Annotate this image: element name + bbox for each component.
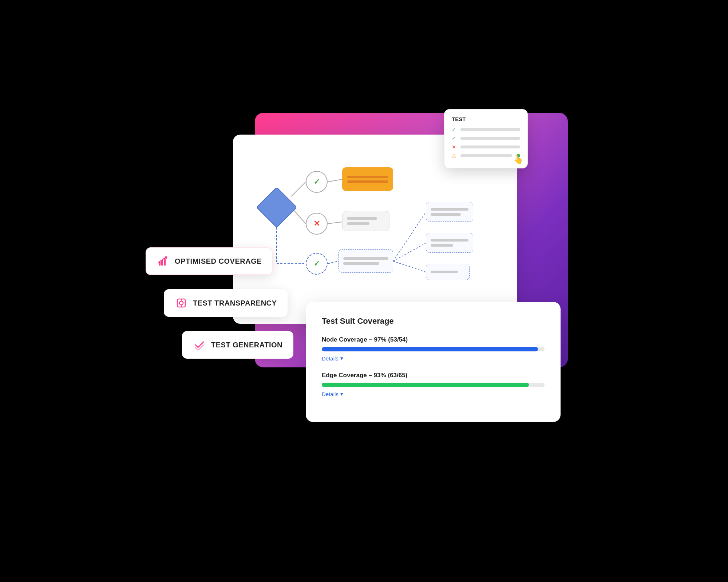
edge-coverage-bar-bg <box>322 383 545 387</box>
transparency-icon <box>175 296 188 310</box>
chevron-down-icon-2: ▾ <box>340 391 343 397</box>
dashed-node-bottom <box>339 249 393 273</box>
optimised-icon <box>157 255 170 268</box>
yellow-node <box>342 167 393 191</box>
node-coverage-bar-fill <box>322 347 538 351</box>
edge-coverage-section: Edge Coverage – 93% (63/65) Details ▾ <box>322 372 545 397</box>
right-node-1 <box>426 202 473 222</box>
generation-icon <box>193 338 206 351</box>
test-bar-4 <box>460 154 512 157</box>
circle-check-top: ✓ <box>306 171 328 193</box>
optimised-coverage-badge[interactable]: OPTIMISED COVERAGE <box>146 247 273 275</box>
test-generation-label: TEST GENERATION <box>211 341 282 349</box>
svg-rect-11 <box>161 260 163 266</box>
diamond-node <box>256 187 297 228</box>
node-coverage-details[interactable]: Details ▾ <box>322 355 545 362</box>
test-card-title: TEST <box>452 116 520 122</box>
check-icon-1: ✓ <box>452 127 458 132</box>
node-coverage-section: Node Coverage – 97% (53/54) Details ▾ <box>322 336 545 362</box>
svg-rect-12 <box>164 258 166 266</box>
node-coverage-bar-bg <box>322 347 545 351</box>
test-row-1: ✓ <box>452 127 520 132</box>
coverage-card: Test Suit Coverage Node Coverage – 97% (… <box>306 302 561 422</box>
test-result-card: TEST ✓ ✓ ✕ ⚠ 👆 <box>444 109 528 168</box>
coverage-title: Test Suit Coverage <box>322 316 545 326</box>
node-coverage-label: Node Coverage – 97% (53/54) <box>322 336 545 343</box>
edge-coverage-bar-fill <box>322 383 529 387</box>
gray-node-1 <box>342 211 389 231</box>
svg-line-4 <box>328 179 342 182</box>
cursor-icon: 👆 <box>513 155 523 164</box>
circle-check-bottom: ✓ <box>306 253 328 275</box>
svg-line-8 <box>393 243 426 261</box>
test-transparency-badge[interactable]: TEST TRANSPARENCY <box>164 289 288 317</box>
right-node-3 <box>426 264 470 280</box>
svg-line-9 <box>393 261 426 272</box>
optimised-coverage-label: OPTIMISED COVERAGE <box>175 257 262 266</box>
right-node-2 <box>426 233 473 253</box>
svg-point-14 <box>179 301 183 305</box>
test-bar-1 <box>460 128 520 131</box>
edge-coverage-label: Edge Coverage – 93% (63/65) <box>322 372 545 379</box>
svg-line-5 <box>328 222 342 224</box>
test-row-2: ✓ <box>452 135 520 141</box>
check-icon-2: ✓ <box>452 135 458 141</box>
test-generation-badge[interactable]: TEST GENERATION <box>182 331 293 359</box>
test-row-4: ⚠ <box>452 153 520 159</box>
cross-icon-1: ✕ <box>452 144 458 150</box>
svg-line-7 <box>393 212 426 261</box>
test-bar-3 <box>460 146 520 148</box>
test-transparency-label: TEST TRANSPARENCY <box>193 299 277 307</box>
svg-line-0 <box>291 182 306 196</box>
warning-icon-1: ⚠ <box>452 153 458 159</box>
test-bar-2 <box>460 137 520 140</box>
chevron-down-icon: ▾ <box>340 355 343 362</box>
test-row-3: ✕ <box>452 144 520 150</box>
edge-coverage-details[interactable]: Details ▾ <box>322 391 545 397</box>
circle-cross-middle: ✕ <box>306 213 328 235</box>
svg-line-6 <box>328 261 339 264</box>
